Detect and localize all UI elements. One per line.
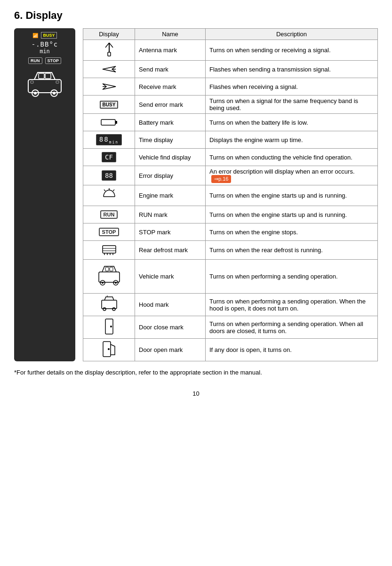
svg-point-30 <box>112 308 115 311</box>
display-table: Display Name Description Antenna markTur… <box>83 28 378 361</box>
mark-name: Engine mark <box>135 185 206 206</box>
device-icon-signal: 📶 <box>32 33 38 38</box>
display-cell-vehicle <box>83 260 135 294</box>
table-row: Antenna markTurns on when sending or rec… <box>83 40 378 61</box>
display-cell-receive <box>83 78 135 96</box>
svg-rect-12 <box>108 52 111 56</box>
table-row: Battery markTurns on when the battery li… <box>83 114 378 131</box>
mark-description: Turns on when sending or receiving a sig… <box>206 40 378 61</box>
device-stop-badge: STOP <box>45 57 61 64</box>
mark-name: Hood mark <box>135 294 206 316</box>
col-header-description: Description <box>206 29 378 40</box>
mark-name: RUN mark <box>135 206 206 223</box>
table-row: Door open markIf any door is open, it tu… <box>83 339 378 361</box>
mark-description: Turns on when the battery life is low. <box>206 114 378 131</box>
svg-line-11 <box>109 43 113 48</box>
page-reference-badge: ⇒p.16 <box>211 175 231 183</box>
mark-description: If any door is open, it turns on. <box>206 339 378 361</box>
page-number: 10 <box>14 390 378 397</box>
display-cell-door_close <box>83 316 135 339</box>
table-row: CFVehicle find displayTurns on when cond… <box>83 149 378 166</box>
table-row: Engine markTurns on when the engine star… <box>83 185 378 206</box>
svg-rect-16 <box>115 121 117 124</box>
mark-description: Displays the engine warm up time. <box>206 131 378 149</box>
mark-name: Send mark <box>135 61 206 78</box>
device-car-icon <box>26 68 64 102</box>
display-cell-antenna <box>83 40 135 61</box>
mark-description: Turns on when performing a sending opera… <box>206 294 378 316</box>
col-header-name: Name <box>135 29 206 40</box>
mark-name: Door open mark <box>135 339 206 361</box>
mark-name: Vehicle mark <box>135 260 206 294</box>
col-header-display: Display <box>83 29 135 40</box>
svg-point-34 <box>108 348 110 350</box>
svg-rect-23 <box>110 267 113 271</box>
svg-rect-7 <box>31 81 33 83</box>
mark-description: Turns on when performing a sending opera… <box>206 260 378 294</box>
svg-point-32 <box>110 326 112 327</box>
mark-description: Turns on when the engine starts up and i… <box>206 185 378 206</box>
mark-description: Flashes when sending a transmission sign… <box>206 61 378 78</box>
mark-description: Flashes when receiving a signal. <box>206 78 378 96</box>
table-row: RUNRUN markTurns on when the engine star… <box>83 206 378 223</box>
svg-point-5 <box>34 92 37 95</box>
mark-name: Vehicle find display <box>135 149 206 166</box>
table-row: STOPSTOP markTurns on when the engine st… <box>83 223 378 241</box>
table-row: Send markFlashes when sending a transmis… <box>83 61 378 78</box>
table-row: Hood markTurns on when performing a send… <box>83 294 378 316</box>
mark-name: Antenna mark <box>135 40 206 61</box>
mark-description: Turns on when conducting the vehicle fin… <box>206 149 378 166</box>
display-cell-battery <box>83 114 135 131</box>
mark-name: Error display <box>135 166 206 185</box>
device-lcd-bottom: min <box>40 48 50 55</box>
mark-name: Battery mark <box>135 114 206 131</box>
mark-name: STOP mark <box>135 223 206 241</box>
device-lcd-top: -.BB°c <box>32 40 58 48</box>
svg-rect-1 <box>39 73 44 79</box>
table-row: Rear defrost markTurns on when the rear … <box>83 241 378 260</box>
display-cell-defrost <box>83 241 135 260</box>
display-cell-time: 88min <box>83 131 135 149</box>
svg-point-26 <box>102 282 104 284</box>
mark-description: Turns on when a signal for the same freq… <box>206 96 378 114</box>
table-row: Door close markTurns on when performing … <box>83 316 378 339</box>
svg-rect-8 <box>56 81 59 83</box>
svg-point-6 <box>53 92 56 95</box>
table-row: BUSYSend error markTurns on when a signa… <box>83 96 378 114</box>
svg-rect-22 <box>105 267 109 271</box>
svg-point-27 <box>115 282 117 284</box>
display-cell-engine <box>83 185 135 206</box>
device-image: 📶 BUSY -.BB°c min RUN STOP <box>14 28 75 361</box>
mark-name: Receive mark <box>135 78 206 96</box>
display-cell-run: RUN <box>83 206 135 223</box>
table-row: 88minTime displayDisplays the engine war… <box>83 131 378 149</box>
svg-rect-18 <box>103 246 116 253</box>
display-cell-door_open <box>83 339 135 361</box>
mark-description: Turns on when the rear defrost is runnin… <box>206 241 378 260</box>
device-run-badge: RUN <box>28 57 42 64</box>
mark-name: Rear defrost mark <box>135 241 206 260</box>
svg-point-29 <box>103 308 106 311</box>
mark-description: An error description will display when a… <box>206 166 378 185</box>
svg-rect-28 <box>102 300 117 309</box>
page-title: 6. Display <box>14 9 378 22</box>
svg-rect-2 <box>45 73 51 79</box>
display-cell-hood <box>83 294 135 316</box>
mark-description: Turns on when the engine starts up and i… <box>206 206 378 223</box>
mark-description: Turns on when performing a sending opera… <box>206 316 378 339</box>
mark-name: Send error mark <box>135 96 206 114</box>
display-cell-cf: CF <box>83 149 135 166</box>
footnote: *For further details on the display desc… <box>14 369 378 376</box>
display-cell-error: 88 <box>83 166 135 185</box>
mark-name: Time display <box>135 131 206 149</box>
display-cell-stop: STOP <box>83 223 135 241</box>
svg-rect-15 <box>101 120 115 125</box>
mark-name: Door close mark <box>135 316 206 339</box>
table-row: Receive markFlashes when receiving a sig… <box>83 78 378 96</box>
table-row: 88Error displayAn error description will… <box>83 166 378 185</box>
device-busy-label: BUSY <box>41 32 56 39</box>
display-cell-busy: BUSY <box>83 96 135 114</box>
mark-description: Turns on when the engine stops. <box>206 223 378 241</box>
svg-line-10 <box>105 43 109 48</box>
table-row: Vehicle markTurns on when performing a s… <box>83 260 378 294</box>
